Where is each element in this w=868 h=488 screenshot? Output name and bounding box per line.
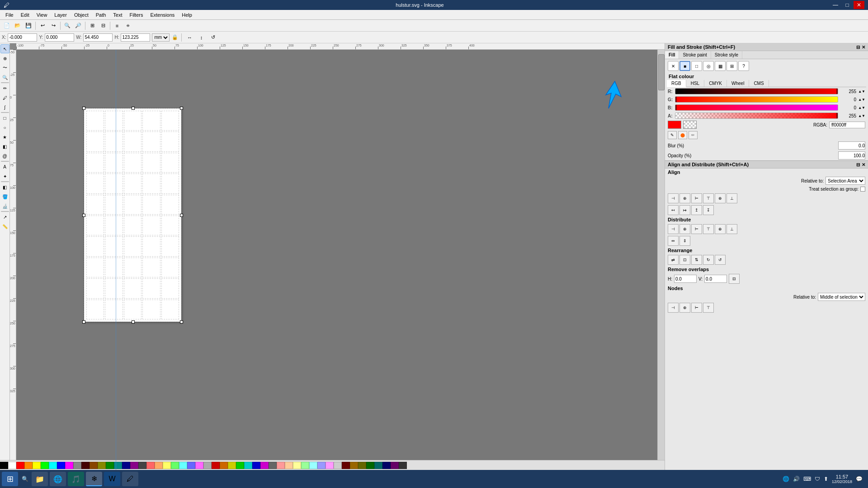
menu-item-view[interactable]: View	[33, 11, 51, 19]
treat-checkbox[interactable]	[860, 187, 865, 192]
pen-tool[interactable]: 🖊	[0, 93, 9, 102]
canvas-page[interactable]	[84, 108, 181, 322]
align-bottom-edge-btn[interactable]: ⊥	[726, 193, 737, 203]
flip-h-button[interactable]: ↔	[184, 33, 194, 42]
exchange-z-btn[interactable]: ⇅	[691, 255, 702, 265]
gradient-tool[interactable]: ◧	[0, 183, 9, 192]
palette-color-8[interactable]	[65, 462, 73, 469]
menu-item-layer[interactable]: Layer	[51, 11, 71, 19]
dropper-tool[interactable]: 🔬	[0, 202, 9, 211]
menu-item-edit[interactable]: Edit	[17, 11, 33, 19]
unclump-btn[interactable]: ⊡	[679, 255, 690, 265]
palette-color-11[interactable]	[90, 462, 98, 469]
fill-tool[interactable]: 🪣	[0, 192, 9, 201]
ctab-wheel[interactable]: Wheel	[727, 80, 749, 87]
zoom-out-button[interactable]: 🔎	[73, 21, 83, 31]
blur-input[interactable]	[838, 141, 865, 150]
palette-color-35[interactable]	[285, 462, 293, 469]
palette-color-34[interactable]	[277, 462, 285, 469]
handle-mid-right[interactable]	[180, 214, 183, 217]
palette-color-4[interactable]	[33, 462, 41, 469]
align-left-anchor-btn[interactable]: ↤	[668, 205, 679, 215]
node-tool[interactable]: ⊕	[0, 54, 9, 63]
zoom-in-button[interactable]: 🔍	[62, 21, 72, 31]
palette-color-28[interactable]	[228, 462, 236, 469]
align-center-h-btn[interactable]: ⊕	[715, 193, 726, 203]
handle-mid-left[interactable]	[82, 214, 85, 217]
palette-color-33[interactable]	[269, 462, 277, 469]
align-right-edge-btn[interactable]: ⊢	[691, 193, 702, 203]
taskbar-word[interactable]: W	[104, 472, 120, 486]
palette-color-5[interactable]	[41, 462, 49, 469]
exchange-btn[interactable]: ⇄	[668, 255, 679, 265]
y-input[interactable]	[45, 33, 74, 42]
palette-color-47[interactable]	[382, 462, 391, 469]
new-button[interactable]: 📄	[2, 21, 12, 31]
rotate-cw-btn[interactable]: ↻	[703, 255, 714, 265]
h-input[interactable]	[121, 33, 150, 42]
palette-color-0[interactable]	[0, 462, 8, 469]
ctab-cms[interactable]: CMS	[749, 80, 769, 87]
relative-select[interactable]: Selection Area First selected Last selec…	[826, 177, 865, 185]
align-left-edge-btn[interactable]: ⊣	[668, 193, 679, 203]
tab-fill[interactable]: Fill	[665, 51, 679, 59]
paint-paste-btn[interactable]: ✏	[689, 131, 698, 139]
fill-stroke-header[interactable]: Fill and Stroke (Shift+Ctrl+F) ⊟ ✕	[665, 43, 868, 51]
align-distribute-header[interactable]: Align and Distribute (Shift+Ctrl+A) ⊟ ✕	[665, 160, 868, 169]
palette-color-13[interactable]	[106, 462, 114, 469]
align-top-edge-btn[interactable]: ⊤	[703, 193, 714, 203]
fill-linear-btn[interactable]: □	[691, 61, 702, 71]
palette-color-2[interactable]	[16, 462, 24, 469]
palette-color-39[interactable]	[317, 462, 326, 469]
handle-top-right[interactable]	[180, 107, 183, 110]
nodes-relative-select[interactable]: Middle of selection Page	[818, 293, 865, 301]
palette-color-10[interactable]	[81, 462, 90, 469]
x-input[interactable]	[8, 33, 37, 42]
align-detach[interactable]: ⊟	[856, 162, 860, 167]
ungroup-button[interactable]: ⊟	[98, 21, 108, 31]
tab-stroke-style[interactable]: Stroke style	[711, 51, 742, 59]
open-button[interactable]: 📂	[13, 21, 23, 31]
palette-color-40[interactable]	[326, 462, 334, 469]
palette-color-17[interactable]	[138, 462, 146, 469]
palette-color-15[interactable]	[122, 462, 130, 469]
palette-color-27[interactable]	[220, 462, 228, 469]
start-button[interactable]: ⊞	[2, 472, 18, 486]
palette-color-9[interactable]	[73, 462, 81, 469]
v-value-input[interactable]	[704, 275, 727, 283]
lock-aspect-button[interactable]: 🔒	[171, 33, 179, 42]
taskbar-inkscape[interactable]: ❄	[86, 472, 102, 486]
network-icon[interactable]: 🌐	[783, 476, 789, 482]
node-align-center-btn[interactable]: ⊕	[679, 303, 690, 313]
zoom-tool[interactable]: 🔍	[0, 73, 9, 82]
connector-tool[interactable]: ↗	[0, 212, 9, 221]
dist-top-btn[interactable]: ⊤	[703, 224, 714, 234]
remove-overlaps-btn[interactable]: ⊟	[729, 274, 740, 284]
dist-left-btn[interactable]: ⊣	[668, 224, 679, 234]
pencil-tool[interactable]: ✏	[0, 84, 9, 93]
keyboard-icon[interactable]: ⌨	[803, 476, 811, 482]
unit-select[interactable]: mmpxin	[152, 33, 170, 42]
spray-tool[interactable]: ✦	[0, 172, 9, 181]
dist-center-h-btn[interactable]: ⊕	[715, 224, 726, 234]
menu-item-path[interactable]: Path	[92, 11, 110, 19]
palette-color-3[interactable]	[24, 462, 33, 469]
palette-color-45[interactable]	[366, 462, 374, 469]
palette-color-19[interactable]	[155, 462, 163, 469]
notification-icon[interactable]: 💬	[856, 476, 863, 482]
fill-pattern-btn[interactable]: ▦	[715, 61, 726, 71]
paint-edit-btn[interactable]: ✎	[668, 131, 677, 139]
palette-color-14[interactable]	[114, 462, 122, 469]
rotate90-button[interactable]: ↺	[208, 33, 218, 42]
palette-color-1[interactable]	[8, 462, 16, 469]
fill-stroke-detach[interactable]: ⊟	[856, 45, 860, 50]
a-slider[interactable]	[675, 113, 838, 119]
palette-color-32[interactable]	[260, 462, 269, 469]
b-slider[interactable]	[675, 104, 838, 111]
fill-radial-btn[interactable]: ◎	[703, 61, 714, 71]
h-value-input[interactable]	[674, 275, 697, 283]
fill-flat-btn[interactable]: ■	[679, 61, 690, 71]
distribute-button[interactable]: ⫩	[123, 21, 133, 31]
maximize-button[interactable]: □	[842, 1, 853, 9]
ellipse-tool[interactable]: ○	[0, 123, 9, 132]
